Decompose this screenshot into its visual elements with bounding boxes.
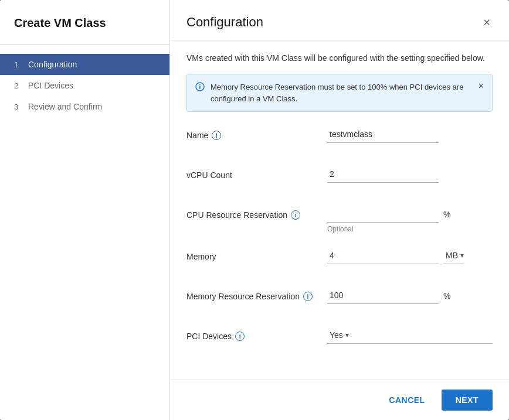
vcpu-control [327, 166, 493, 183]
sidebar-item-configuration[interactable]: 1 Configuration [0, 54, 169, 75]
alert-message: Memory Resource Reservation must be set … [211, 81, 474, 104]
modal-title: Configuration [186, 15, 263, 30]
name-control [327, 126, 493, 143]
step-number-2: 2 [14, 81, 23, 90]
pci-devices-control: Yes No ▾ [327, 327, 493, 344]
memory-reservation-control: % [327, 287, 493, 304]
vcpu-input[interactable] [327, 166, 439, 183]
memory-control: MB GB ▾ [327, 247, 493, 264]
sidebar-item-pci-devices[interactable]: 2 PCI Devices [0, 75, 169, 96]
step-label-review-confirm: Review and Confirm [28, 102, 102, 111]
modal-header: Configuration × [170, 0, 509, 40]
alert-banner: i Memory Resource Reservation must be se… [186, 74, 493, 112]
name-label: Name i [186, 126, 327, 140]
memory-reservation-input-row: % [327, 287, 493, 304]
svg-text:i: i [199, 84, 201, 90]
memory-reservation-unit: % [443, 291, 450, 301]
alert-close-button[interactable]: × [474, 81, 484, 91]
modal-body: VMs created with this VM Class will be c… [170, 40, 509, 380]
cpu-reservation-input-row: % [327, 206, 493, 223]
modal-overlay: Create VM Class 1 Configuration 2 PCI De… [0, 0, 509, 420]
step-number-3: 3 [14, 103, 23, 111]
step-label-pci-devices: PCI Devices [28, 81, 73, 90]
memory-input[interactable] [327, 247, 439, 264]
sidebar-steps: 1 Configuration 2 PCI Devices 3 Review a… [0, 45, 169, 127]
modal-footer: CANCEL NEXT [170, 380, 509, 420]
cpu-reservation-input[interactable] [327, 206, 439, 223]
memory-reservation-info-icon: i [303, 292, 313, 301]
step-number-1: 1 [14, 60, 23, 69]
memory-input-row: MB GB ▾ [327, 247, 493, 264]
memory-reservation-label: Memory Resource Reservation i [186, 287, 327, 301]
vcpu-label: vCPU Count [186, 166, 327, 180]
pci-devices-info-icon: i [235, 332, 245, 341]
close-icon: × [483, 16, 490, 28]
cpu-reservation-info-icon: i [291, 210, 300, 220]
alert-close-icon: × [479, 81, 484, 91]
create-vm-class-modal: Create VM Class 1 Configuration 2 PCI De… [0, 0, 509, 420]
memory-label: Memory [186, 247, 327, 261]
memory-reservation-input[interactable] [327, 287, 439, 304]
form-row-cpu-reservation: CPU Resource Reservation i % Optional [186, 206, 493, 233]
alert-info-icon: i [195, 82, 205, 94]
form-row-pci-devices: PCI Devices i Yes No ▾ [186, 327, 493, 353]
form-row-vcpu: vCPU Count [186, 166, 493, 192]
cpu-reservation-unit: % [443, 210, 450, 219]
pci-devices-select[interactable]: Yes No [327, 327, 355, 343]
form-row-memory: Memory MB GB ▾ [186, 247, 493, 273]
cpu-reservation-optional: Optional [327, 225, 354, 233]
memory-unit-select-wrapper: MB GB ▾ [443, 247, 464, 264]
pci-devices-label: PCI Devices i [186, 327, 327, 341]
cpu-reservation-label: CPU Resource Reservation i [186, 206, 327, 220]
pci-devices-select-wrapper: Yes No ▾ [327, 327, 493, 344]
step-label-configuration: Configuration [28, 60, 77, 69]
cpu-reservation-control: % Optional [327, 206, 493, 233]
cancel-button[interactable]: CANCEL [379, 390, 434, 411]
close-button[interactable]: × [481, 14, 493, 30]
memory-unit-select[interactable]: MB GB [443, 247, 470, 264]
main-content: Configuration × VMs created with this VM… [170, 0, 509, 420]
modal-description: VMs created with this VM Class will be c… [186, 52, 493, 64]
name-info-icon: i [212, 131, 221, 140]
form-row-name: Name i [186, 126, 493, 152]
name-input[interactable] [327, 126, 439, 143]
next-button[interactable]: NEXT [442, 390, 493, 411]
sidebar-item-review-confirm[interactable]: 3 Review and Confirm [0, 96, 169, 117]
sidebar: Create VM Class 1 Configuration 2 PCI De… [0, 0, 170, 420]
sidebar-title: Create VM Class [0, 0, 169, 45]
form-row-memory-reservation: Memory Resource Reservation i % [186, 287, 493, 313]
